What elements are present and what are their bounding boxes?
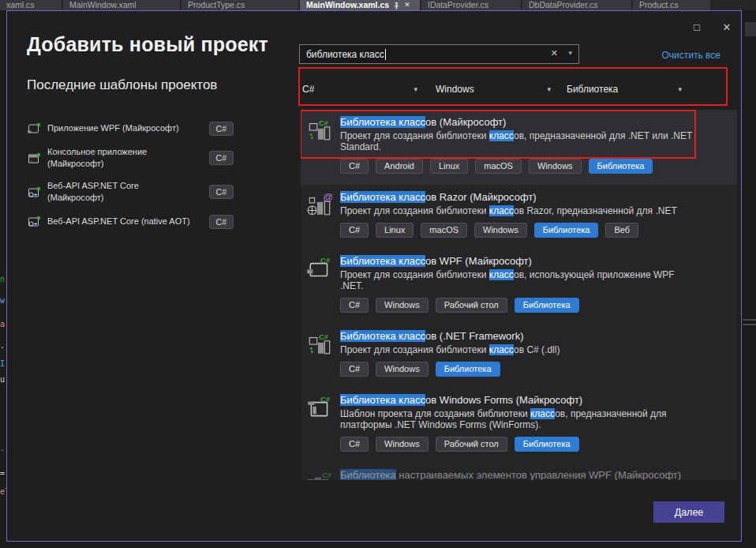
editor-tab[interactable]: IDataProvider.cs [421, 0, 521, 10]
class-library-icon: C# [306, 330, 333, 357]
next-button[interactable]: Далее [653, 501, 724, 523]
search-match-highlight: класс [489, 130, 514, 141]
recent-templates-header: Последние шаблоны проектов [27, 77, 217, 93]
language-filter-dropdown[interactable]: C# ▾ [302, 81, 417, 98]
text-caret [385, 49, 386, 60]
svg-text:C#: C# [322, 471, 332, 479]
tab-label: IDataProvider.cs [428, 0, 488, 10]
template-tags: C#LinuxmacOSWindowsБиблиотекаВеб [340, 222, 729, 238]
search-input[interactable]: библиотека класс ✕ ▾ [299, 44, 579, 64]
tag-badge[interactable]: Библиотека [589, 159, 653, 174]
language-badge: C# [209, 185, 234, 199]
platform-filter-dropdown[interactable]: Windows ▾ [436, 81, 551, 98]
project-type-filter-dropdown[interactable]: Библиотека ▾ [567, 81, 682, 98]
tag-badge[interactable]: Рабочий стол [436, 437, 507, 452]
tag-badge[interactable]: Windows [474, 223, 527, 238]
search-dropdown-icon[interactable]: ▾ [568, 49, 572, 57]
pin-icon[interactable] [393, 0, 400, 10]
search-clear-icon[interactable]: ✕ [551, 48, 558, 58]
template-item[interactable]: C#Библиотека классов (Майкрософт)Проект … [301, 110, 737, 185]
language-badge: C# [209, 122, 234, 136]
tag-badge[interactable]: Библиотека [534, 223, 599, 238]
code-fragment: I [0, 359, 5, 368]
language-badge: C# [209, 215, 234, 229]
tag-badge[interactable]: C# [340, 362, 369, 377]
search-match-highlight: класс [489, 344, 514, 355]
editor-tab[interactable]: Product.cs [633, 0, 710, 10]
svg-text:C#: C# [319, 332, 329, 341]
template-content: Библиотека классов Razor (Майкрософт)Про… [340, 191, 729, 238]
tab-label: DbDataProvider.cs [529, 0, 598, 10]
tag-badge[interactable]: Linux [376, 223, 414, 238]
text-segment: ов Razor (Майкрософт) [425, 191, 537, 203]
tag-badge[interactable]: macOS [421, 223, 467, 238]
template-title: Библиотека классов Razor (Майкрософт) [340, 191, 703, 203]
search-match-highlight: класс [489, 205, 514, 216]
template-title: Библиотека настраиваемых элементов управ… [340, 469, 703, 480]
recent-template-item[interactable]: ›_Консольное приложение (Майкрософт)C# [27, 146, 234, 170]
template-content: Библиотека классов (Майкрософт)Проект дл… [340, 116, 729, 174]
close-button[interactable]: ✕ [716, 17, 738, 36]
chevron-down-icon: ▾ [414, 85, 417, 93]
tag-badge[interactable]: C# [340, 159, 369, 174]
template-title: Библиотека классов (.NET Framework) [340, 330, 703, 342]
text-segment: ов Windows Forms (Майкрософт) [425, 394, 582, 406]
tag-badge[interactable]: Веб [605, 223, 638, 238]
recent-template-item[interactable]: Веб-API ASP.NET Core (native AOT)C# [27, 214, 234, 229]
maximize-button[interactable]: □ [686, 17, 708, 36]
code-fragment: a [0, 320, 5, 328]
language-badge: C# [209, 151, 234, 165]
search-match-highlight: класс [530, 408, 555, 419]
template-description: Проект для создания библиотеки классов R… [340, 205, 697, 216]
tag-badge[interactable]: Windows [376, 298, 429, 313]
tag-badge[interactable]: Windows [376, 362, 429, 377]
recent-template-item[interactable]: Веб-API ASP.NET Core (Майкрософт)C# [27, 180, 234, 204]
text-segment: ов C# (.dll) [514, 344, 560, 355]
tag-badge[interactable]: C# [340, 223, 369, 238]
razor-class-library-icon: @ [306, 191, 333, 218]
tab-label: MainWindow.xaml.cs [306, 0, 389, 10]
tag-badge[interactable]: Linux [430, 159, 468, 174]
recent-template-item[interactable]: Приложение WPF (Майкрософт)C# [27, 121, 234, 136]
editor-tab[interactable]: MainWindow.xaml.cs✕ [300, 0, 420, 10]
tag-badge[interactable]: Библиотека [515, 437, 579, 452]
tag-badge[interactable]: Windows [376, 437, 429, 452]
tag-badge[interactable]: macOS [475, 159, 522, 174]
tag-badge[interactable]: C# [340, 298, 369, 313]
background-divider [743, 324, 756, 325]
tag-badge[interactable]: Библиотека [436, 362, 500, 377]
filter-value: C# [302, 84, 314, 95]
template-item[interactable]: C#‹▪›Библиотека классов WPF (Майкрософт)… [301, 249, 737, 324]
editor-tab[interactable]: ProductType.cs [182, 0, 298, 10]
code-fragment: u [0, 375, 5, 384]
web-api-icon [27, 186, 41, 200]
background-window-fragment [745, 22, 756, 36]
editor-tab[interactable]: xaml.cs [0, 0, 62, 10]
clear-all-link[interactable]: Очистить все [662, 50, 720, 61]
tag-badge[interactable]: C# [340, 437, 369, 452]
tag-badge[interactable]: Библиотека [515, 298, 579, 313]
text-segment: ов (Майкрософт) [425, 116, 506, 128]
editor-tab[interactable]: MainWindow.xaml [63, 0, 180, 10]
template-item[interactable]: C#Библиотека настраиваемых элементов упр… [301, 463, 737, 480]
maximize-icon: □ [694, 21, 700, 33]
text-segment: Шаблон проекта для создания библиотеки [340, 408, 530, 419]
search-match-highlight: Библиотека [340, 469, 396, 480]
template-item[interactable]: C#Библиотека классов (.NET Framework)Про… [301, 324, 737, 388]
text-segment: Проект для создания библиотеки [340, 130, 489, 141]
text-segment: Проект для создания библиотеки [340, 205, 489, 216]
tag-badge[interactable]: Рабочий стол [436, 298, 507, 313]
editor-tab[interactable]: DbDataProvider.cs [522, 0, 631, 10]
template-item[interactable]: C#Библиотека классов Windows Forms (Майк… [301, 388, 737, 463]
template-content: Библиотека классов Windows Forms (Майкро… [340, 394, 729, 452]
recent-template-name: Консольное приложение (Майкрософт) [47, 146, 197, 170]
tag-badge[interactable]: Android [376, 159, 423, 174]
code-fragment: w [0, 296, 5, 305]
svg-text:‹▪›: ‹▪› [308, 269, 313, 274]
tab-close-icon[interactable]: ✕ [404, 0, 410, 10]
search-match-highlight: Библиотека класс [340, 116, 425, 128]
template-content: Библиотека классов WPF (Майкрософт)Проек… [340, 255, 729, 313]
tag-badge[interactable]: Windows [529, 159, 582, 174]
template-item[interactable]: @Библиотека классов Razor (Майкрософт)Пр… [301, 185, 737, 249]
svg-text:C#: C# [320, 395, 331, 403]
